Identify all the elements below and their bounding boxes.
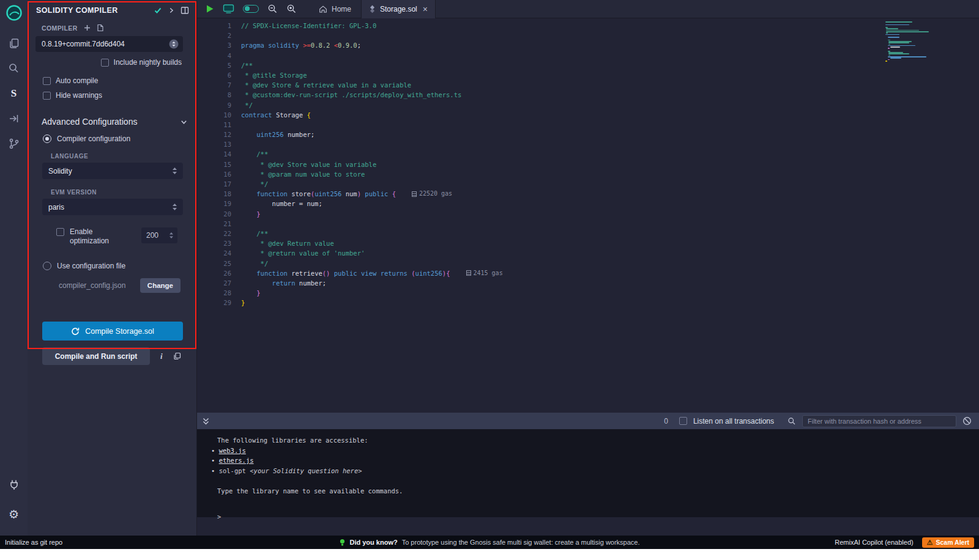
git-icon[interactable]: [0, 131, 28, 156]
code-line[interactable]: 6 * @title Storage: [197, 70, 979, 80]
code-text[interactable]: /**: [231, 149, 268, 159]
remix-logo[interactable]: [5, 4, 23, 22]
code-line[interactable]: 28 }: [197, 288, 979, 298]
deploy-and-run-icon[interactable]: [0, 106, 28, 131]
code-line[interactable]: 22 /**: [197, 229, 979, 238]
line-number[interactable]: 26: [197, 268, 231, 278]
compile-button[interactable]: Compile Storage.sol: [42, 322, 183, 341]
git-init-button[interactable]: Initialize as git repo: [0, 539, 62, 546]
code-text[interactable]: [231, 31, 241, 40]
line-number[interactable]: 6: [197, 70, 231, 80]
enable-optimization-checkbox[interactable]: [56, 228, 64, 236]
evm-version-select[interactable]: paris: [42, 199, 183, 215]
code-text[interactable]: [231, 139, 241, 149]
line-number[interactable]: 20: [197, 209, 231, 219]
line-number[interactable]: 12: [197, 130, 231, 139]
line-number[interactable]: 18: [197, 189, 231, 199]
code-line[interactable]: 19 number = num;: [197, 199, 979, 208]
settings-gear-icon[interactable]: ⚙: [0, 502, 28, 527]
pin-panel-icon[interactable]: [181, 6, 189, 15]
terminal-prompt[interactable]: >: [217, 512, 979, 522]
line-number[interactable]: 27: [197, 278, 231, 288]
line-number[interactable]: 24: [197, 248, 231, 258]
code-text[interactable]: * @return value of 'number': [231, 248, 365, 258]
line-number[interactable]: 9: [197, 100, 231, 110]
code-text[interactable]: number = num;: [231, 199, 322, 208]
code-line[interactable]: 3pragma solidity >=0.8.2 <0.9.0;: [197, 40, 979, 50]
solidity-compiler-icon[interactable]: S: [0, 81, 28, 106]
advanced-configurations-header[interactable]: Advanced Configurations: [42, 117, 188, 127]
listen-all-transactions-checkbox[interactable]: [679, 417, 687, 425]
line-number[interactable]: 25: [197, 259, 231, 268]
run-script-play-icon[interactable]: [206, 4, 214, 13]
code-text[interactable]: uint256 number;: [231, 130, 315, 139]
code-text[interactable]: * @custom:dev-run-script ./scripts/deplo…: [231, 90, 461, 100]
file-explorer-icon[interactable]: [0, 31, 28, 56]
terminal-link[interactable]: ethers.js: [219, 457, 254, 464]
terminal-search-icon[interactable]: [787, 417, 796, 426]
info-icon[interactable]: i: [160, 352, 163, 361]
tab-home[interactable]: Home: [309, 0, 361, 18]
minimap[interactable]: [885, 21, 944, 62]
hide-warnings-checkbox[interactable]: [43, 92, 51, 100]
code-line[interactable]: 29}: [197, 298, 979, 308]
code-text[interactable]: // SPDX-License-Identifier: GPL-3.0: [231, 21, 376, 31]
tab-storage-sol[interactable]: Storage.sol ×: [361, 0, 436, 18]
code-line[interactable]: 27 return number;: [197, 278, 979, 288]
line-number[interactable]: 28: [197, 288, 231, 298]
line-number[interactable]: 19: [197, 199, 231, 208]
code-text[interactable]: */: [231, 100, 253, 110]
copilot-status[interactable]: RemixAI Copilot (enabled): [835, 539, 913, 546]
line-number[interactable]: 15: [197, 160, 231, 169]
add-compiler-icon[interactable]: [84, 24, 91, 31]
line-number[interactable]: 29: [197, 298, 231, 308]
code-line[interactable]: 15 * @dev Store value in variable: [197, 160, 979, 169]
code-text[interactable]: /**: [231, 61, 253, 70]
zoom-in-icon[interactable]: [286, 4, 297, 14]
line-number[interactable]: 5: [197, 61, 231, 70]
code-text[interactable]: return number;: [231, 278, 326, 288]
code-text[interactable]: }: [231, 298, 245, 308]
terminal-icon[interactable]: [223, 4, 234, 14]
code-line[interactable]: 5/**: [197, 61, 979, 70]
line-number[interactable]: 22: [197, 229, 231, 238]
auto-compile-checkbox[interactable]: [43, 77, 51, 85]
transaction-filter-input[interactable]: [802, 415, 956, 427]
line-number[interactable]: 14: [197, 149, 231, 159]
line-number[interactable]: 8: [197, 90, 231, 100]
code-line[interactable]: 7 * @dev Store & retrieve value in a var…: [197, 80, 979, 90]
line-number[interactable]: 10: [197, 110, 231, 120]
line-number[interactable]: 11: [197, 120, 231, 130]
code-text[interactable]: * @param num value to store: [231, 169, 365, 179]
line-number[interactable]: 23: [197, 238, 231, 248]
editor-toggle[interactable]: [243, 5, 259, 13]
code-text[interactable]: /**: [231, 229, 268, 238]
code-line[interactable]: 2: [197, 31, 979, 40]
code-line[interactable]: 17 */: [197, 179, 979, 189]
code-editor[interactable]: 1// SPDX-License-Identifier: GPL-3.023pr…: [197, 18, 979, 431]
code-text[interactable]: [231, 120, 241, 130]
collapse-terminal-icon[interactable]: [202, 417, 210, 426]
code-line[interactable]: 20 }: [197, 209, 979, 219]
code-text[interactable]: }: [231, 209, 261, 219]
code-line[interactable]: 26 function retrieve() public view retur…: [197, 268, 979, 278]
code-text[interactable]: function store(uint256 num) public {2252…: [231, 189, 452, 199]
line-number[interactable]: 21: [197, 219, 231, 229]
code-line[interactable]: 21: [197, 219, 979, 229]
compiler-version-select[interactable]: 0.8.19+commit.7dd6d404: [35, 36, 183, 52]
compile-and-run-button[interactable]: Compile and Run script: [42, 347, 150, 365]
code-line[interactable]: 4: [197, 51, 979, 61]
code-line[interactable]: 10contract Storage {: [197, 110, 979, 120]
code-line[interactable]: 9 */: [197, 100, 979, 110]
chevron-right-icon[interactable]: [168, 7, 175, 14]
code-line[interactable]: 25 */: [197, 259, 979, 268]
line-number[interactable]: 3: [197, 40, 231, 50]
code-text[interactable]: [231, 219, 241, 229]
line-number[interactable]: 1: [197, 21, 231, 31]
use-configuration-file-radio[interactable]: [43, 262, 51, 270]
scam-alert-badge[interactable]: ⚠ Scam Alert: [922, 537, 974, 548]
code-line[interactable]: 1// SPDX-License-Identifier: GPL-3.0: [197, 21, 979, 31]
code-line[interactable]: 16 * @param num value to store: [197, 169, 979, 179]
code-text[interactable]: */: [231, 259, 268, 268]
code-line[interactable]: 18 function store(uint256 num) public {2…: [197, 189, 979, 199]
